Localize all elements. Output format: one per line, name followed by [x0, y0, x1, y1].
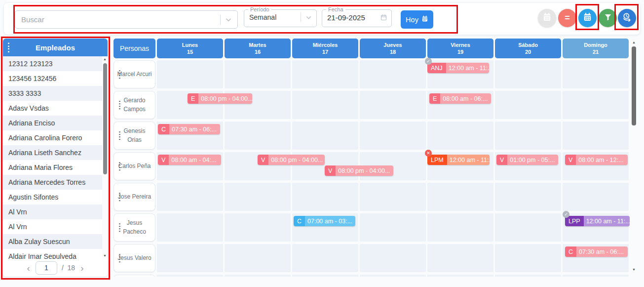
list-item[interactable]: Adriana Mercedes Torres [3, 175, 108, 190]
drag-handle-icon[interactable] [119, 162, 120, 171]
list-item[interactable]: 123456 132456 [3, 71, 108, 86]
schedule-cell[interactable] [225, 122, 291, 150]
schedule-cell[interactable] [225, 183, 291, 211]
list-item[interactable]: 12312 123123 [3, 56, 108, 71]
list-item[interactable]: Adriana Carolina Forero [3, 130, 108, 145]
schedule-cell[interactable] [427, 213, 493, 242]
schedule-cell[interactable] [225, 213, 291, 242]
schedule-cell[interactable] [292, 183, 358, 211]
shift-chip[interactable]: C07:30 am - 06:... [158, 124, 220, 134]
clock-history-button[interactable] [618, 9, 636, 27]
date-input[interactable]: Fecha 21-09-2025 [322, 6, 392, 27]
schedule-cell[interactable] [292, 60, 358, 88]
shift-chip[interactable]: E08:00 pm - 04:00... [188, 93, 252, 104]
schedule-cell[interactable] [292, 275, 358, 277]
employee-list-scrollbar[interactable]: ▲ ▼ [102, 56, 108, 259]
shift-chip[interactable]: V01:00 pm - 05:... [496, 155, 558, 165]
schedule-cell[interactable] [495, 183, 561, 211]
shift-chip[interactable]: V08:00 am - 12:... [565, 155, 628, 165]
shift-chip[interactable]: V08:00 pm - 04:00... [258, 155, 325, 165]
schedule-cell[interactable] [563, 122, 629, 150]
scroll-down-icon[interactable]: ▼ [103, 253, 107, 259]
schedule-cell[interactable] [157, 183, 223, 211]
schedule-cell[interactable] [292, 122, 358, 150]
list-item[interactable]: Aldair Imar Sepulveda [3, 249, 108, 259]
schedule-cell[interactable] [563, 60, 629, 88]
drag-handle-icon[interactable] [119, 101, 120, 110]
person-card[interactable]: Jesus Valero [114, 244, 155, 272]
shift-chip[interactable]: ANJ12:00 am - 11:...✓ [427, 63, 489, 73]
schedule-cell[interactable] [427, 183, 493, 211]
schedule-cell[interactable] [427, 244, 493, 272]
shift-chip[interactable]: C07:00 am - 03:... [294, 216, 355, 226]
list-item[interactable]: Adriana Maria Flores [3, 160, 108, 175]
schedule-cell[interactable] [495, 213, 561, 242]
menu-equals-button[interactable]: = [558, 9, 576, 27]
grid-scrollbar[interactable]: ▲ ▼ [631, 40, 637, 273]
list-item[interactable]: Agustin Sifontes [3, 190, 108, 205]
schedule-cell[interactable] [360, 213, 426, 242]
filter-button[interactable] [599, 9, 617, 27]
scroll-down-icon[interactable]: ▼ [632, 267, 636, 273]
shift-chip[interactable]: V08:00 pm - 04:00... [325, 165, 393, 176]
schedule-cell[interactable] [427, 275, 493, 277]
schedule-cell[interactable] [157, 60, 223, 88]
schedule-cell[interactable] [495, 244, 561, 272]
list-item[interactable]: 3333 3333 [3, 86, 108, 101]
schedule-cell[interactable] [563, 183, 629, 211]
search-input[interactable]: Buscar [15, 10, 238, 29]
scroll-up-icon[interactable]: ▲ [632, 40, 636, 45]
schedule-cell[interactable] [360, 183, 426, 211]
schedule-cell[interactable] [157, 213, 223, 242]
period-select[interactable]: Período Semanal [244, 6, 317, 27]
chevron-down-icon[interactable] [305, 14, 312, 21]
page-number-input[interactable] [36, 261, 57, 275]
schedule-cell[interactable] [495, 91, 561, 119]
person-card[interactable]: Genesis Orias [114, 122, 155, 150]
chevron-down-icon[interactable] [225, 16, 232, 24]
list-item[interactable]: Adriana Enciso [3, 116, 108, 130]
prev-page-icon[interactable]: ‹ [26, 263, 31, 273]
person-card[interactable]: Jesus Pacheco [114, 213, 155, 242]
schedule-cell[interactable] [225, 244, 291, 272]
scrollbar-thumb[interactable] [103, 63, 107, 174]
schedule-cell[interactable] [360, 244, 426, 272]
list-item[interactable]: Adasv Vsdas [3, 101, 108, 116]
schedule-cell[interactable] [360, 60, 426, 88]
next-page-icon[interactable]: › [79, 263, 84, 273]
calendar-button[interactable] [578, 9, 597, 27]
shift-chip[interactable]: V08:00 am - 04:... [158, 155, 221, 165]
list-item[interactable]: Adriana Liseth Sanchez [3, 145, 108, 160]
scroll-up-icon[interactable]: ▲ [103, 56, 107, 62]
drag-handle-icon[interactable] [119, 254, 120, 263]
drag-handle-icon[interactable] [119, 223, 120, 232]
schedule-cell[interactable] [292, 91, 358, 119]
schedule-cell[interactable] [563, 275, 629, 277]
schedule-cell[interactable] [360, 91, 426, 119]
schedule-cell[interactable] [360, 275, 426, 277]
person-card[interactable]: Marcel Arcuri [114, 60, 155, 88]
drag-handle-icon[interactable] [8, 42, 9, 52]
calendar-outline-icon[interactable] [380, 14, 387, 21]
person-card[interactable]: Carlos Peña [114, 152, 155, 180]
scrollbar-thumb[interactable] [632, 46, 636, 125]
schedule-cell[interactable] [360, 122, 426, 150]
schedule-cell[interactable] [563, 91, 629, 119]
list-item[interactable]: Al Vrn [3, 219, 108, 234]
shift-chip[interactable]: LPM12:00 am - 11:...✕ [427, 155, 490, 165]
today-button[interactable]: Hoy [401, 10, 433, 29]
list-item[interactable]: Al Vrn [3, 205, 108, 219]
drag-handle-icon[interactable] [119, 193, 120, 202]
schedule-cell[interactable] [495, 275, 561, 277]
schedule-cell[interactable] [292, 244, 358, 272]
shift-chip[interactable]: LPP12:00 am - 11:...✓ [565, 216, 630, 226]
shift-chip[interactable]: E08:00 am - 06:... [429, 93, 491, 104]
drag-handle-icon[interactable] [119, 70, 120, 79]
shift-chip[interactable]: C07:30 am - 06:... [565, 246, 628, 257]
drag-handle-icon[interactable] [119, 131, 120, 140]
schedule-cell[interactable] [157, 275, 223, 277]
schedule-cell[interactable] [225, 60, 291, 88]
schedule-cell[interactable] [495, 122, 561, 150]
schedule-cell[interactable] [427, 122, 493, 150]
schedule-cell[interactable] [495, 60, 561, 88]
